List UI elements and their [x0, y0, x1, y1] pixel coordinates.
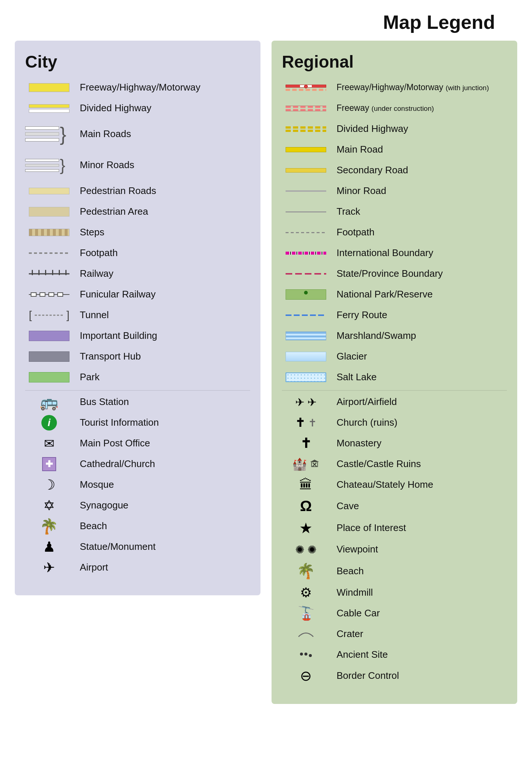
list-item: ✚ Cathedral/Church	[25, 456, 250, 472]
list-item: Transport Hub	[25, 349, 250, 364]
legend-label: Funicular Railway	[80, 289, 156, 300]
legend-label: Crater	[337, 628, 363, 640]
legend-label: Pedestrian Roads	[80, 185, 156, 197]
reg-divided-symbol	[282, 126, 330, 132]
synagogue-icon: ✡	[25, 498, 73, 513]
legend-label: Statue/Monument	[80, 541, 156, 552]
list-item: Important Building	[25, 328, 250, 344]
railway-symbol	[25, 271, 73, 277]
legend-label: Glacier	[337, 351, 367, 362]
list-item: Minor Road	[282, 183, 507, 199]
cathedral-icon: ✚	[25, 457, 73, 471]
list-item: Main Road	[282, 142, 507, 157]
legend-label: Cave	[337, 500, 359, 512]
list-item: Ω Cave	[282, 498, 507, 514]
list-item: Freeway/Highway/Motorway (with junction)	[282, 80, 507, 95]
reg-footpath-symbol	[282, 232, 330, 233]
important-bldg-symbol	[25, 331, 73, 341]
list-item: ⚙ Windmill	[282, 585, 507, 600]
legend-label: Footpath	[80, 247, 118, 259]
legend-label: National Park/Reserve	[337, 289, 433, 300]
legend-label: Track	[337, 206, 360, 217]
post-office-icon: ✉	[25, 437, 73, 450]
tunnel-symbol: [ ]	[25, 311, 73, 319]
legend-label: Tunnel	[80, 309, 109, 321]
legend-label: Beach	[337, 565, 364, 577]
legend-label: Windmill	[337, 587, 373, 598]
reg-windmill-icon: ⚙	[282, 585, 330, 600]
steps-symbol	[25, 229, 73, 236]
reg-chateau-icon: 🏛	[282, 477, 330, 493]
list-item: State/Province Boundary	[282, 266, 507, 282]
list-item: Secondary Road	[282, 163, 507, 178]
divided-highway-symbol	[25, 103, 73, 113]
beach-icon: 🌴	[25, 519, 73, 534]
legend-label: Church (ruins)	[337, 417, 398, 428]
reg-crater-icon	[282, 629, 330, 640]
list-item: 🌴 Beach	[282, 562, 507, 580]
legend-label: Chateau/Stately Home	[337, 479, 433, 490]
list-item: National Park/Reserve	[282, 287, 507, 302]
legend-label: Monastery	[337, 438, 381, 449]
airport-icon: ✈	[25, 561, 73, 575]
city-heading: City	[25, 52, 250, 72]
list-item: 🏛 Chateau/Stately Home	[282, 477, 507, 493]
list-item: Divided Highway	[282, 121, 507, 137]
legend-label: Cathedral/Church	[80, 458, 155, 470]
reg-monastery-icon: ✝	[282, 436, 330, 451]
reg-airport-icon: ✈ ✈	[282, 396, 330, 409]
regional-heading: Regional	[282, 52, 507, 72]
list-item: 🚡 Cable Car	[282, 606, 507, 621]
legend-label: Freeway (under construction)	[337, 103, 434, 113]
legend-label: International Boundary	[337, 247, 433, 259]
reg-church-icon: ✝ ✝	[282, 416, 330, 430]
reg-ancient-icon	[282, 653, 330, 657]
list-item: } Main Roads	[25, 121, 250, 147]
reg-viewpoint-icon: ✺ ✺	[282, 543, 330, 556]
minor-roads-symbol: }	[25, 158, 73, 173]
legend-label: Ferry Route	[337, 309, 387, 321]
legend-label: Beach	[80, 520, 107, 532]
list-item: [ ] Tunnel	[25, 307, 250, 323]
legend-label: Border Control	[337, 670, 399, 681]
list-item: ✉ Main Post Office	[25, 436, 250, 451]
legend-label: Tourist Information	[80, 417, 159, 428]
list-item: Ferry Route	[282, 307, 507, 323]
legend-label: Park	[80, 371, 99, 383]
list-item: Pedestrian Roads	[25, 183, 250, 199]
legend-label: State/Province Boundary	[337, 268, 443, 279]
reg-natpark-symbol	[282, 289, 330, 300]
list-item: ✈ ✈ Airport/Airfield	[282, 394, 507, 410]
page-title: Map Legend	[15, 11, 517, 33]
reg-beach-icon: 🌴	[282, 562, 330, 580]
reg-secondary-symbol	[282, 168, 330, 173]
footpath-symbol	[25, 252, 73, 254]
legend-label: Synagogue	[80, 500, 129, 511]
ped-roads-symbol	[25, 188, 73, 194]
legend-label: Airport/Airfield	[337, 396, 397, 408]
freeway-symbol	[25, 83, 73, 92]
reg-state-boundary-symbol	[282, 273, 330, 275]
legend-label: Ancient Site	[337, 649, 388, 660]
list-item: Glacier	[282, 349, 507, 364]
list-item: Footpath	[25, 245, 250, 261]
reg-ferry-symbol	[282, 314, 330, 316]
bus-station-icon: 🚌	[25, 395, 73, 409]
statue-icon: ♟	[25, 540, 73, 554]
legend-label: Railway	[80, 268, 113, 279]
list-item: Freeway (under construction)	[282, 101, 507, 116]
list-item: Pedestrian Area	[25, 204, 250, 219]
list-item: ✝ ✝ Church (ruins)	[282, 415, 507, 430]
list-item: Steps	[25, 225, 250, 240]
list-item: International Boundary	[282, 245, 507, 261]
list-item: Salt Lake	[282, 370, 507, 385]
legend-label: Castle/Castle Ruins	[337, 458, 421, 470]
legend-label: Airport	[80, 562, 108, 573]
ped-area-symbol	[25, 207, 73, 217]
regional-panel: Regional Freeway/Highway/Motorway (with …	[272, 41, 517, 704]
legend-label: Salt Lake	[337, 371, 376, 383]
list-item: ✈ Airport	[25, 560, 250, 575]
legend-label: Pedestrian Area	[80, 206, 148, 217]
list-item: Crater	[282, 626, 507, 642]
reg-castle-icon: 🏰 🏚	[282, 457, 330, 471]
